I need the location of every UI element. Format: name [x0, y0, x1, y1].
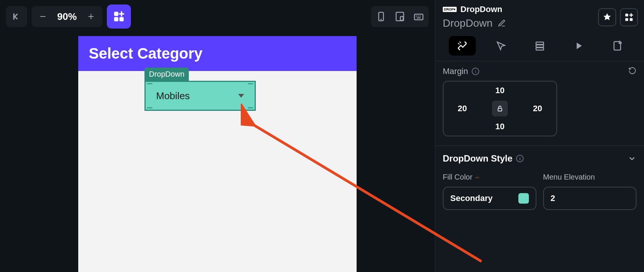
- svg-rect-0: [114, 12, 118, 16]
- tab-data[interactable]: [526, 36, 553, 56]
- top-toolbar: − 90% +: [0, 0, 435, 33]
- collapse-panel-button[interactable]: [6, 6, 27, 27]
- widget-label-tag: DropDown: [144, 68, 189, 81]
- variable-icon[interactable]: ⎓: [475, 174, 479, 181]
- tab-docs[interactable]: [604, 36, 631, 56]
- add-widget-button[interactable]: [107, 5, 131, 29]
- dropdown-type-icon: DROP▾: [443, 7, 457, 12]
- svg-rect-1: [114, 17, 118, 21]
- dropdown-selected-value: Mobiles: [156, 90, 234, 102]
- property-tabs: [435, 32, 644, 61]
- zoom-value[interactable]: 90%: [54, 11, 80, 23]
- menu-elevation-value: 2: [551, 193, 555, 203]
- svg-rect-7: [415, 14, 423, 20]
- svg-rect-16: [536, 42, 544, 44]
- svg-rect-20: [498, 108, 502, 111]
- device-preview-group: [371, 6, 429, 27]
- info-icon[interactable]: i: [472, 68, 479, 75]
- tab-animations[interactable]: [565, 36, 592, 56]
- chevron-down-icon: [627, 154, 636, 163]
- margin-editor[interactable]: 10 20 20 10: [443, 81, 557, 136]
- svg-rect-11: [417, 18, 421, 19]
- dropdown-widget-selection[interactable]: DropDown Mobiles: [144, 68, 256, 111]
- svg-rect-6: [400, 17, 403, 20]
- margin-right-value[interactable]: 20: [533, 104, 542, 113]
- dropdown-style-section-header[interactable]: DropDown Style i: [443, 153, 636, 164]
- fill-color-value: Secondary: [450, 193, 493, 203]
- zoom-out-button[interactable]: −: [35, 8, 51, 25]
- breadcrumb-label: DropDown: [460, 5, 502, 14]
- reset-margin-button[interactable]: [628, 66, 636, 76]
- dropdown-widget[interactable]: Mobiles: [144, 81, 256, 111]
- keyboard-icon[interactable]: [413, 11, 424, 22]
- svg-rect-15: [630, 18, 633, 21]
- phone-frame: Select Category DropDown Mobiles: [78, 36, 357, 272]
- app-bar[interactable]: Select Category: [78, 36, 357, 71]
- edit-name-icon[interactable]: [498, 19, 506, 27]
- zoom-in-button[interactable]: +: [83, 8, 99, 25]
- margin-bottom-value[interactable]: 10: [495, 122, 504, 131]
- properties-panel: DROP▾ DropDown DropDown: [435, 0, 644, 272]
- svg-rect-9: [418, 16, 419, 17]
- svg-point-4: [381, 19, 381, 20]
- info-icon[interactable]: i: [516, 155, 524, 162]
- margin-top-value[interactable]: 10: [495, 86, 504, 95]
- zoom-control: − 90% +: [32, 6, 102, 27]
- svg-rect-17: [536, 45, 544, 47]
- tablet-preview-button[interactable]: [394, 11, 406, 22]
- menu-elevation-label: Menu Elevation: [543, 173, 595, 181]
- margin-lock-toggle[interactable]: [492, 101, 508, 116]
- svg-rect-2: [119, 17, 123, 21]
- premium-button[interactable]: [598, 8, 616, 26]
- fill-color-input[interactable]: Secondary: [443, 187, 536, 210]
- style-section-label: DropDown Style: [443, 153, 512, 164]
- app-bar-title: Select Category: [89, 45, 202, 62]
- svg-rect-14: [625, 18, 628, 21]
- svg-rect-13: [625, 14, 628, 17]
- color-swatch[interactable]: [518, 193, 529, 204]
- tab-design[interactable]: [449, 36, 476, 56]
- chevron-down-icon: [238, 94, 244, 98]
- widget-name[interactable]: DropDown: [443, 17, 492, 29]
- svg-rect-8: [416, 16, 417, 17]
- margin-left-value[interactable]: 20: [458, 104, 467, 113]
- menu-elevation-input[interactable]: 2: [543, 187, 637, 210]
- tab-actions[interactable]: [488, 36, 515, 56]
- phone-preview-button[interactable]: [375, 11, 387, 22]
- add-component-button[interactable]: [620, 8, 638, 26]
- fill-color-label: Fill Color: [443, 173, 472, 181]
- margin-label: Margin: [443, 66, 468, 76]
- svg-rect-18: [536, 48, 544, 50]
- design-canvas[interactable]: Select Category DropDown Mobiles: [0, 33, 435, 272]
- svg-rect-10: [420, 16, 421, 17]
